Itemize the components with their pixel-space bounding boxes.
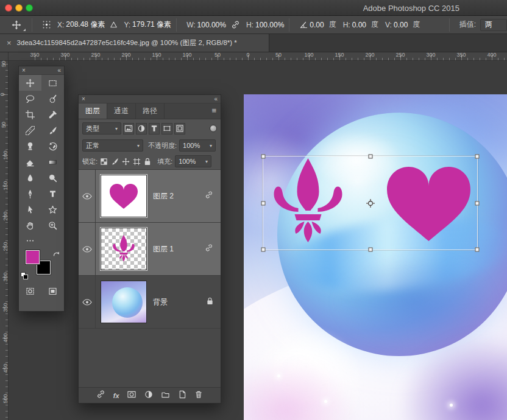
filter-shape-layers-button[interactable] xyxy=(161,123,172,135)
add-mask-button[interactable] xyxy=(127,390,136,401)
gradient-tool[interactable] xyxy=(41,154,64,170)
filter-type-layers-button[interactable] xyxy=(149,123,160,135)
panel-menu-icon[interactable]: ≡ xyxy=(211,106,216,115)
w-value[interactable]: 100.00% xyxy=(197,21,226,29)
y-value[interactable]: 179.71 像素 xyxy=(132,19,171,30)
relative-position-toggle[interactable] xyxy=(110,21,118,29)
blend-mode-select[interactable]: 正常 ▾ xyxy=(82,139,143,152)
close-panel-icon[interactable]: × xyxy=(82,96,85,103)
layer-name[interactable]: 图层 1 xyxy=(153,244,174,254)
lock-transparency-icon[interactable] xyxy=(100,158,108,166)
delete-layer-button[interactable] xyxy=(194,390,203,401)
shape-tool[interactable] xyxy=(41,201,64,217)
visibility-toggle[interactable] xyxy=(79,276,96,328)
collapse-panel-icon[interactable]: « xyxy=(214,96,218,103)
visibility-toggle[interactable] xyxy=(79,170,96,222)
fill-select[interactable]: 100% ▾ xyxy=(175,155,211,167)
canvas-document[interactable] xyxy=(244,94,507,420)
h-skew-value[interactable]: 0.00 xyxy=(352,21,366,29)
tools-panel-header[interactable]: × « xyxy=(19,66,64,75)
marquee-tool[interactable] xyxy=(41,75,64,91)
ruler-horizontal[interactable]: 3503002502001501005005010015020025030035… xyxy=(9,52,507,61)
layer-name[interactable]: 图层 2 xyxy=(153,191,174,201)
transform-handle-topleft[interactable] xyxy=(261,155,266,159)
transform-handle-top[interactable] xyxy=(368,155,372,159)
transform-reference-point[interactable] xyxy=(366,198,375,208)
lock-pixels-icon[interactable] xyxy=(111,158,119,166)
hand-tool[interactable] xyxy=(19,217,41,233)
new-layer-button[interactable] xyxy=(178,390,186,401)
quick-mask-button[interactable] xyxy=(19,283,41,299)
close-tab-icon[interactable]: × xyxy=(7,39,12,47)
path-selection-tool[interactable] xyxy=(19,201,41,217)
filter-toggle-button[interactable] xyxy=(210,125,217,132)
lock-artboard-icon[interactable] xyxy=(133,158,141,166)
layer-thumbnail-heart[interactable] xyxy=(101,175,147,217)
x-value[interactable]: 208.48 像素 xyxy=(66,19,105,30)
reference-point-grid[interactable] xyxy=(42,20,51,29)
eraser-tool[interactable] xyxy=(19,154,41,170)
type-tool[interactable] xyxy=(41,186,64,201)
transform-handle-topright[interactable] xyxy=(475,155,480,159)
foreground-color-swatch[interactable] xyxy=(26,250,40,264)
eyedropper-tool[interactable] xyxy=(41,107,64,122)
brush-tool[interactable] xyxy=(41,122,64,138)
layer-thumbnail-fleur[interactable] xyxy=(101,228,147,270)
transform-handle-bottom[interactable] xyxy=(368,248,372,252)
collapse-panel-icon[interactable]: « xyxy=(57,67,61,74)
filter-kind-select[interactable]: 类型 ▾ xyxy=(82,122,121,135)
transform-handle-left[interactable] xyxy=(261,201,266,205)
document-tab[interactable]: × 3dea34c1159845d2a47287e5c16fc49e.jpg @… xyxy=(0,34,269,52)
ruler-origin-corner[interactable] xyxy=(0,52,9,61)
tab-paths[interactable]: 路径 xyxy=(136,103,165,119)
close-panel-icon[interactable]: × xyxy=(22,67,26,74)
move-tool[interactable] xyxy=(19,75,41,91)
layer-name[interactable]: 背景 xyxy=(153,297,168,307)
transform-handle-bottomright[interactable] xyxy=(475,248,480,252)
screen-mode-button[interactable] xyxy=(41,283,64,299)
angle-value[interactable]: 0.00 xyxy=(310,21,324,29)
filter-pixel-layers-button[interactable] xyxy=(123,123,134,135)
layer-row-background[interactable]: 背景 xyxy=(79,276,221,329)
history-brush-tool[interactable] xyxy=(41,138,64,154)
interpolation-select[interactable]: 两 xyxy=(480,19,507,31)
layer-style-button[interactable]: fx xyxy=(113,392,119,399)
minimize-window-button[interactable] xyxy=(15,4,23,12)
group-layers-button[interactable] xyxy=(161,390,170,401)
switch-colors-button[interactable] xyxy=(53,249,60,260)
tab-channels[interactable]: 通道 xyxy=(107,103,136,119)
opacity-select[interactable]: 100% ▾ xyxy=(179,139,216,152)
lock-position-icon[interactable] xyxy=(122,158,130,166)
filter-smart-objects-button[interactable] xyxy=(174,123,185,135)
maintain-aspect-ratio-button[interactable] xyxy=(231,20,240,29)
lock-all-icon[interactable] xyxy=(144,158,151,166)
crop-tool[interactable] xyxy=(19,107,41,122)
clone-stamp-tool[interactable] xyxy=(19,138,41,154)
tool-preset-button[interactable] xyxy=(6,18,27,32)
visibility-toggle[interactable] xyxy=(79,223,96,275)
zoom-window-button[interactable] xyxy=(26,4,33,12)
filter-adjustment-layers-button[interactable] xyxy=(136,123,147,135)
blur-tool[interactable] xyxy=(19,170,41,186)
layers-panel-header[interactable]: × « xyxy=(79,95,221,103)
zoom-tool[interactable] xyxy=(41,217,64,233)
adjustment-layer-button[interactable] xyxy=(144,390,153,401)
transform-bounding-box[interactable] xyxy=(263,156,478,250)
transform-handle-right[interactable] xyxy=(475,201,480,205)
v-skew-value[interactable]: 0.00 xyxy=(394,21,408,29)
edit-toolbar-button[interactable] xyxy=(19,233,64,248)
layer-row-layer1[interactable]: 图层 1 xyxy=(79,223,221,276)
h-value[interactable]: 100.00% xyxy=(255,21,284,29)
default-colors-button[interactable] xyxy=(21,272,28,279)
pen-tool[interactable] xyxy=(19,186,41,201)
spot-healing-tool[interactable] xyxy=(19,122,41,138)
layer-row-layer2[interactable]: 图层 2 xyxy=(79,170,221,223)
layer-thumbnail-background[interactable] xyxy=(101,281,147,323)
transform-handle-bottomleft[interactable] xyxy=(261,248,266,252)
ruler-vertical[interactable]: 50050100150200250300350400450500 xyxy=(0,61,9,420)
link-layers-button[interactable] xyxy=(96,390,105,401)
close-window-button[interactable] xyxy=(5,4,12,12)
tab-layers[interactable]: 图层 xyxy=(79,103,107,119)
quick-selection-tool[interactable] xyxy=(41,91,64,107)
lasso-tool[interactable] xyxy=(19,91,41,107)
